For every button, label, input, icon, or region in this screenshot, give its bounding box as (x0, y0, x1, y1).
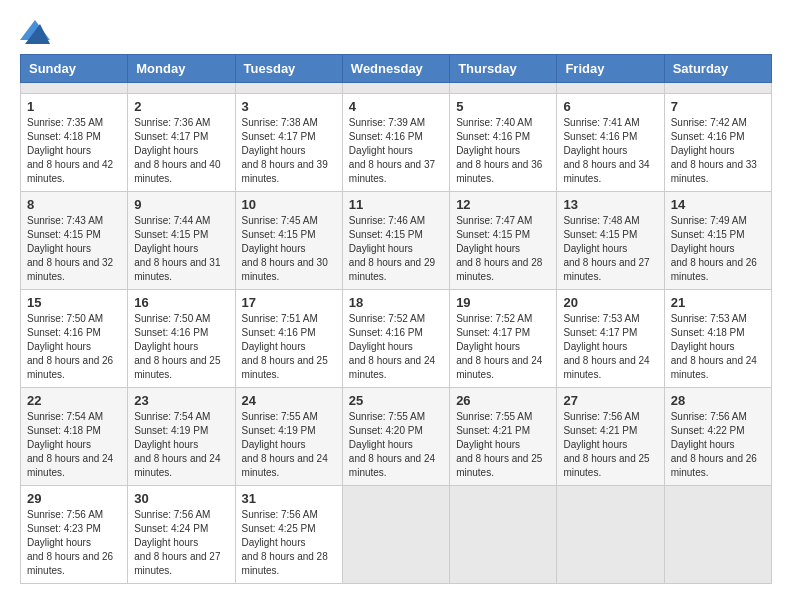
logo-icon (20, 20, 50, 44)
day-number: 31 (242, 491, 336, 506)
calendar-header-tuesday: Tuesday (235, 55, 342, 83)
day-info: Sunrise: 7:51 AM Sunset: 4:16 PM Dayligh… (242, 312, 336, 382)
day-number: 8 (27, 197, 121, 212)
calendar-day-cell: 16 Sunrise: 7:50 AM Sunset: 4:16 PM Dayl… (128, 290, 235, 388)
calendar-day-cell: 21 Sunrise: 7:53 AM Sunset: 4:18 PM Dayl… (664, 290, 771, 388)
calendar-day-cell: 15 Sunrise: 7:50 AM Sunset: 4:16 PM Dayl… (21, 290, 128, 388)
calendar-day-cell: 14 Sunrise: 7:49 AM Sunset: 4:15 PM Dayl… (664, 192, 771, 290)
day-number: 26 (456, 393, 550, 408)
day-info: Sunrise: 7:49 AM Sunset: 4:15 PM Dayligh… (671, 214, 765, 284)
day-number: 19 (456, 295, 550, 310)
calendar-day-cell: 6 Sunrise: 7:41 AM Sunset: 4:16 PM Dayli… (557, 94, 664, 192)
calendar-header-wednesday: Wednesday (342, 55, 449, 83)
day-number: 9 (134, 197, 228, 212)
calendar-day-cell: 28 Sunrise: 7:56 AM Sunset: 4:22 PM Dayl… (664, 388, 771, 486)
day-number: 18 (349, 295, 443, 310)
day-info: Sunrise: 7:56 AM Sunset: 4:24 PM Dayligh… (134, 508, 228, 578)
calendar-day-cell: 13 Sunrise: 7:48 AM Sunset: 4:15 PM Dayl… (557, 192, 664, 290)
calendar-day-cell: 8 Sunrise: 7:43 AM Sunset: 4:15 PM Dayli… (21, 192, 128, 290)
calendar-day-cell: 30 Sunrise: 7:56 AM Sunset: 4:24 PM Dayl… (128, 486, 235, 584)
day-info: Sunrise: 7:42 AM Sunset: 4:16 PM Dayligh… (671, 116, 765, 186)
calendar-day-cell (450, 486, 557, 584)
calendar-day-cell: 12 Sunrise: 7:47 AM Sunset: 4:15 PM Dayl… (450, 192, 557, 290)
day-number: 30 (134, 491, 228, 506)
calendar-day-cell: 7 Sunrise: 7:42 AM Sunset: 4:16 PM Dayli… (664, 94, 771, 192)
calendar-day-cell (664, 486, 771, 584)
calendar-day-cell: 4 Sunrise: 7:39 AM Sunset: 4:16 PM Dayli… (342, 94, 449, 192)
day-info: Sunrise: 7:38 AM Sunset: 4:17 PM Dayligh… (242, 116, 336, 186)
day-number: 1 (27, 99, 121, 114)
day-info: Sunrise: 7:43 AM Sunset: 4:15 PM Dayligh… (27, 214, 121, 284)
calendar-day-cell: 22 Sunrise: 7:54 AM Sunset: 4:18 PM Dayl… (21, 388, 128, 486)
calendar-day-cell: 19 Sunrise: 7:52 AM Sunset: 4:17 PM Dayl… (450, 290, 557, 388)
day-number: 3 (242, 99, 336, 114)
day-info: Sunrise: 7:36 AM Sunset: 4:17 PM Dayligh… (134, 116, 228, 186)
day-info: Sunrise: 7:50 AM Sunset: 4:16 PM Dayligh… (134, 312, 228, 382)
day-number: 15 (27, 295, 121, 310)
calendar-day-cell: 18 Sunrise: 7:52 AM Sunset: 4:16 PM Dayl… (342, 290, 449, 388)
day-info: Sunrise: 7:47 AM Sunset: 4:15 PM Dayligh… (456, 214, 550, 284)
day-info: Sunrise: 7:35 AM Sunset: 4:18 PM Dayligh… (27, 116, 121, 186)
day-number: 22 (27, 393, 121, 408)
day-info: Sunrise: 7:41 AM Sunset: 4:16 PM Dayligh… (563, 116, 657, 186)
day-info: Sunrise: 7:52 AM Sunset: 4:17 PM Dayligh… (456, 312, 550, 382)
calendar-day-cell: 9 Sunrise: 7:44 AM Sunset: 4:15 PM Dayli… (128, 192, 235, 290)
day-info: Sunrise: 7:55 AM Sunset: 4:19 PM Dayligh… (242, 410, 336, 480)
calendar-day-cell (21, 83, 128, 94)
day-info: Sunrise: 7:56 AM Sunset: 4:22 PM Dayligh… (671, 410, 765, 480)
calendar-day-cell: 29 Sunrise: 7:56 AM Sunset: 4:23 PM Dayl… (21, 486, 128, 584)
calendar-week-row: 8 Sunrise: 7:43 AM Sunset: 4:15 PM Dayli… (21, 192, 772, 290)
day-info: Sunrise: 7:56 AM Sunset: 4:25 PM Dayligh… (242, 508, 336, 578)
calendar-day-cell: 10 Sunrise: 7:45 AM Sunset: 4:15 PM Dayl… (235, 192, 342, 290)
calendar-day-cell (557, 486, 664, 584)
day-info: Sunrise: 7:55 AM Sunset: 4:21 PM Dayligh… (456, 410, 550, 480)
calendar-header-friday: Friday (557, 55, 664, 83)
day-number: 29 (27, 491, 121, 506)
logo (20, 20, 52, 44)
day-number: 16 (134, 295, 228, 310)
header (20, 20, 772, 44)
day-info: Sunrise: 7:45 AM Sunset: 4:15 PM Dayligh… (242, 214, 336, 284)
day-number: 5 (456, 99, 550, 114)
calendar-week-row: 29 Sunrise: 7:56 AM Sunset: 4:23 PM Dayl… (21, 486, 772, 584)
day-info: Sunrise: 7:56 AM Sunset: 4:23 PM Dayligh… (27, 508, 121, 578)
day-info: Sunrise: 7:53 AM Sunset: 4:17 PM Dayligh… (563, 312, 657, 382)
day-info: Sunrise: 7:44 AM Sunset: 4:15 PM Dayligh… (134, 214, 228, 284)
calendar-day-cell: 20 Sunrise: 7:53 AM Sunset: 4:17 PM Dayl… (557, 290, 664, 388)
calendar-day-cell (664, 83, 771, 94)
calendar-day-cell: 27 Sunrise: 7:56 AM Sunset: 4:21 PM Dayl… (557, 388, 664, 486)
day-info: Sunrise: 7:54 AM Sunset: 4:18 PM Dayligh… (27, 410, 121, 480)
day-number: 27 (563, 393, 657, 408)
calendar-day-cell: 2 Sunrise: 7:36 AM Sunset: 4:17 PM Dayli… (128, 94, 235, 192)
day-info: Sunrise: 7:52 AM Sunset: 4:16 PM Dayligh… (349, 312, 443, 382)
calendar-day-cell: 26 Sunrise: 7:55 AM Sunset: 4:21 PM Dayl… (450, 388, 557, 486)
calendar-week-row: 22 Sunrise: 7:54 AM Sunset: 4:18 PM Dayl… (21, 388, 772, 486)
calendar-day-cell: 5 Sunrise: 7:40 AM Sunset: 4:16 PM Dayli… (450, 94, 557, 192)
day-number: 23 (134, 393, 228, 408)
day-number: 7 (671, 99, 765, 114)
day-number: 4 (349, 99, 443, 114)
calendar-day-cell (128, 83, 235, 94)
day-number: 28 (671, 393, 765, 408)
calendar-header-row: SundayMondayTuesdayWednesdayThursdayFrid… (21, 55, 772, 83)
calendar-header-thursday: Thursday (450, 55, 557, 83)
calendar-day-cell (450, 83, 557, 94)
day-number: 14 (671, 197, 765, 212)
day-number: 11 (349, 197, 443, 212)
day-info: Sunrise: 7:56 AM Sunset: 4:21 PM Dayligh… (563, 410, 657, 480)
calendar-day-cell: 25 Sunrise: 7:55 AM Sunset: 4:20 PM Dayl… (342, 388, 449, 486)
calendar: SundayMondayTuesdayWednesdayThursdayFrid… (20, 54, 772, 584)
day-number: 10 (242, 197, 336, 212)
day-info: Sunrise: 7:53 AM Sunset: 4:18 PM Dayligh… (671, 312, 765, 382)
day-info: Sunrise: 7:48 AM Sunset: 4:15 PM Dayligh… (563, 214, 657, 284)
calendar-week-row (21, 83, 772, 94)
day-info: Sunrise: 7:40 AM Sunset: 4:16 PM Dayligh… (456, 116, 550, 186)
calendar-day-cell: 17 Sunrise: 7:51 AM Sunset: 4:16 PM Dayl… (235, 290, 342, 388)
calendar-header-saturday: Saturday (664, 55, 771, 83)
calendar-day-cell: 31 Sunrise: 7:56 AM Sunset: 4:25 PM Dayl… (235, 486, 342, 584)
day-info: Sunrise: 7:39 AM Sunset: 4:16 PM Dayligh… (349, 116, 443, 186)
day-number: 24 (242, 393, 336, 408)
day-number: 2 (134, 99, 228, 114)
calendar-day-cell (557, 83, 664, 94)
day-number: 12 (456, 197, 550, 212)
